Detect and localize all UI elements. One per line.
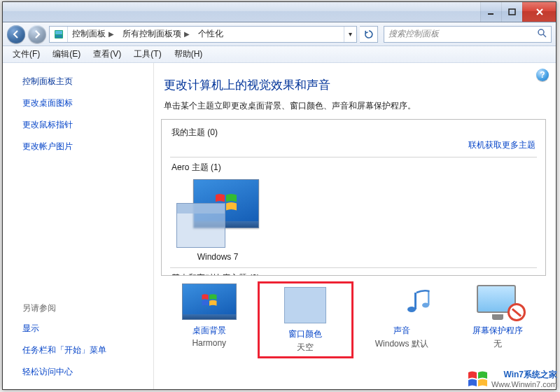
- crumb-1[interactable]: 所有控制面板项▶: [118, 27, 194, 42]
- screensaver-value: 无: [450, 338, 547, 350]
- crumb-2-label: 个性化: [198, 28, 223, 40]
- divider: [170, 267, 537, 268]
- minimize-button[interactable]: [480, 2, 501, 22]
- main-content: ? 更改计算机上的视觉效果和声音 单击某个主题立即更改桌面背景、窗口颜色、声音和…: [154, 63, 556, 389]
- crumb-1-label: 所有控制面板项: [122, 28, 181, 40]
- sound-label: 声音: [354, 325, 450, 337]
- screensaver-thumb: [472, 284, 523, 320]
- svg-rect-7: [414, 293, 416, 309]
- svg-point-5: [538, 29, 544, 35]
- themes-listbox[interactable]: 我的主题 (0) 联机获取更多主题 Aero 主题 (1): [161, 119, 546, 276]
- page-title: 更改计算机上的视觉效果和声音: [164, 77, 546, 93]
- windows-flag-icon: [201, 293, 218, 307]
- back-button[interactable]: [7, 25, 25, 43]
- menu-edit[interactable]: 编辑(E): [47, 47, 86, 62]
- see-also-heading: 另请参阅: [22, 302, 148, 314]
- get-more-themes-link[interactable]: 联机获取更多主题: [468, 139, 536, 151]
- window-color-item[interactable]: 窗口颜色 天空: [258, 281, 354, 358]
- sidebar-link-desktop-icons[interactable]: 更改桌面图标: [22, 97, 148, 109]
- sidebar-link-account-picture[interactable]: 更改帐户图片: [22, 141, 148, 153]
- desktop-background-label: 桌面背景: [161, 325, 258, 337]
- svg-rect-4: [55, 35, 62, 38]
- titlebar: [3, 2, 556, 22]
- theme-thumbnail: [176, 179, 259, 248]
- sidebar-heading: 控制面板主页: [22, 76, 148, 88]
- desktop-background-thumb: [182, 284, 237, 320]
- theme-item-windows7[interactable]: Windows 7: [172, 179, 264, 262]
- see-also-display[interactable]: 显示: [22, 323, 148, 335]
- crumb-0-label: 控制面板: [72, 28, 106, 40]
- windows-flag-icon: [468, 370, 489, 388]
- watermark-line1: Win7系统之家: [493, 370, 557, 379]
- nav-row: 控制面板▶ 所有控制面板项▶ 个性化 ▾ 搜索控制面板: [3, 22, 556, 46]
- section-basic-themes: 基本和高对比度主题 (2): [172, 272, 537, 276]
- theme-label: Windows 7: [172, 252, 264, 262]
- see-also-taskbar[interactable]: 任务栏和「开始」菜单: [22, 344, 148, 356]
- see-also-ease-of-access[interactable]: 轻松访问中心: [22, 366, 148, 378]
- desktop-background-value: Harmony: [161, 338, 258, 348]
- chevron-right-icon: ▶: [184, 30, 190, 38]
- watermark: Win7系统之家 Www.Winwin7.com: [468, 370, 557, 389]
- window-color-label: 窗口颜色: [260, 328, 352, 340]
- svg-rect-3: [55, 31, 62, 34]
- control-panel-icon: [50, 27, 68, 42]
- screensaver-label: 屏幕保护程序: [450, 325, 547, 337]
- menu-help[interactable]: 帮助(H): [169, 47, 209, 62]
- sidebar-link-mouse-pointers[interactable]: 更改鼠标指针: [22, 119, 148, 131]
- refresh-button[interactable]: [360, 26, 378, 43]
- address-dropdown-icon[interactable]: ▾: [344, 27, 356, 42]
- window-color-thumb: [284, 287, 326, 323]
- bottom-links-row: 桌面背景 Harmony 窗口颜色 天空 声音 Windows 默认: [161, 281, 546, 358]
- search-placeholder: 搜索控制面板: [388, 28, 439, 40]
- window: 控制面板▶ 所有控制面板项▶ 个性化 ▾ 搜索控制面板 文件(F) 编辑(E) …: [2, 1, 556, 390]
- menubar: 文件(F) 编辑(E) 查看(V) 工具(T) 帮助(H): [3, 46, 556, 63]
- svg-rect-0: [488, 13, 493, 15]
- help-icon[interactable]: ?: [536, 69, 549, 81]
- sidebar: 控制面板主页 更改桌面图标 更改鼠标指针 更改帐户图片 另请参阅 显示 任务栏和…: [3, 63, 154, 389]
- menu-tools[interactable]: 工具(T): [128, 47, 167, 62]
- section-my-themes: 我的主题 (0): [172, 127, 537, 139]
- crumb-2[interactable]: 个性化: [194, 27, 227, 42]
- search-icon: [537, 28, 547, 40]
- sound-value: Windows 默认: [354, 338, 450, 350]
- svg-rect-1: [509, 9, 515, 15]
- desktop-background-item[interactable]: 桌面背景 Harmony: [161, 281, 258, 348]
- breadcrumb[interactable]: 控制面板▶ 所有控制面板项▶ 个性化 ▾: [49, 26, 357, 43]
- forbidden-icon: [507, 303, 526, 321]
- close-button[interactable]: [522, 2, 556, 22]
- section-aero-themes: Aero 主题 (1): [172, 162, 537, 174]
- crumb-0[interactable]: 控制面板▶: [68, 27, 118, 42]
- titlebar-spacer: [3, 2, 480, 22]
- page-subtitle: 单击某个主题立即更改桌面背景、窗口颜色、声音和屏幕保护程序。: [164, 100, 546, 112]
- svg-rect-9: [428, 291, 430, 305]
- forward-button[interactable]: [28, 25, 46, 43]
- maximize-button[interactable]: [501, 2, 522, 22]
- menu-view[interactable]: 查看(V): [88, 47, 127, 62]
- body: 控制面板主页 更改桌面图标 更改鼠标指针 更改帐户图片 另请参阅 显示 任务栏和…: [3, 63, 556, 389]
- sound-thumb: [383, 287, 421, 316]
- divider: [170, 157, 537, 158]
- menu-file[interactable]: 文件(F): [7, 47, 46, 62]
- screensaver-item[interactable]: 屏幕保护程序 无: [450, 281, 547, 350]
- search-input[interactable]: 搜索控制面板: [384, 26, 552, 43]
- window-color-value: 天空: [260, 342, 352, 354]
- sound-item[interactable]: 声音 Windows 默认: [354, 281, 450, 350]
- chevron-right-icon: ▶: [108, 30, 114, 38]
- watermark-line2: Www.Winwin7.com: [491, 380, 557, 389]
